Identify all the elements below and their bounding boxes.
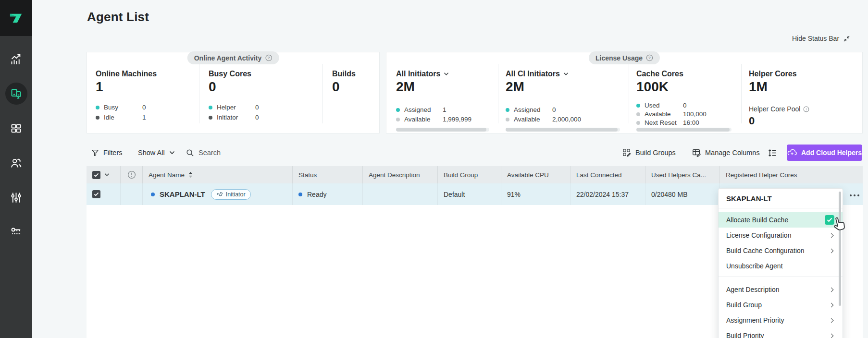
menu-item-agent-description[interactable]: Agent Description (719, 282, 843, 297)
legend-next-reset: Next Reset 16:00 (636, 119, 699, 126)
legend-idle: Idle 1 (96, 114, 146, 121)
row-used-helpers-cell: 0/20480 MB (645, 183, 719, 205)
submenu-chevron-icon (829, 233, 834, 238)
row-alert-cell (120, 183, 142, 205)
header-alert-cell (120, 166, 142, 183)
menu-item-unsubscribe-agent[interactable]: Unsubscribe Agent (719, 258, 843, 274)
add-cloud-helpers-button[interactable]: Add Cloud Helpers (787, 145, 862, 161)
online-agent-activity-panel: Online Agent Activity ? Online Machines … (87, 52, 380, 133)
header-available-cpu: Available CPU (501, 166, 570, 183)
header-used-helpers: Used Helpers Ca... (645, 166, 719, 183)
agent-name: SKAPLAN-LT (160, 190, 205, 198)
manage-columns-button[interactable]: Manage Columns (692, 146, 760, 159)
legend-busy: Busy 0 (96, 104, 146, 111)
collapse-icon (843, 35, 850, 42)
available-dot (506, 118, 509, 121)
available-dot (636, 112, 640, 116)
sidebar-item-agents[interactable] (0, 83, 32, 105)
header-agent-name[interactable]: Agent Name (142, 166, 292, 183)
help-icon[interactable]: ? (646, 54, 653, 61)
all-initiators-usage-bar (396, 128, 489, 132)
more-options-icon[interactable] (848, 192, 861, 199)
agent-context-menu: SKAPLAN-LT Allocate Build Cache License … (718, 188, 843, 338)
sidebar (0, 0, 32, 338)
info-icon[interactable]: i (803, 106, 809, 112)
legend-available: Available 1,999,999 (396, 116, 471, 123)
build-groups-button[interactable]: Build Groups (622, 146, 676, 159)
chevron-down-icon (444, 72, 449, 76)
menu-scrollbar[interactable] (839, 192, 841, 306)
chevron-down-icon (169, 151, 175, 155)
select-all-checkbox[interactable] (92, 171, 100, 179)
divider (498, 64, 498, 123)
build-groups-icon (622, 148, 631, 157)
menu-item-allocate-build-cache[interactable]: Allocate Build Cache (719, 212, 843, 228)
initiator-icon (216, 192, 223, 197)
sidebar-item-license[interactable] (0, 220, 32, 242)
sidebar-item-builds[interactable] (0, 117, 32, 139)
hide-status-bar-label: Hide Status Bar (792, 35, 839, 42)
context-menu-title: SKAPLAN-LT (719, 189, 843, 208)
row-checkbox[interactable] (92, 190, 100, 198)
used-dot (636, 104, 640, 108)
row-height-button[interactable] (768, 146, 777, 159)
sidebar-item-dashboard[interactable] (0, 48, 32, 70)
divider (199, 64, 199, 123)
sidebar-item-settings[interactable] (0, 186, 32, 208)
menu-item-build-group[interactable]: Build Group (719, 297, 843, 313)
all-ci-initiators-usage-bar (506, 128, 620, 132)
row-build-group-cell: Default (437, 183, 501, 205)
filters-button[interactable]: Filters (91, 146, 122, 159)
sidebar-item-users[interactable] (0, 152, 32, 174)
all-initiators-dropdown[interactable]: All Initiators (396, 70, 449, 78)
context-menu-items: Allocate Build Cache License Configurati… (719, 208, 843, 338)
chevron-down-icon[interactable] (104, 173, 110, 177)
row-select-cell (87, 183, 120, 205)
license-usage-panel: License Usage ? All Initiators 2M Assign… (386, 52, 863, 133)
menu-item-license-configuration[interactable]: License Configuration (719, 228, 843, 243)
help-icon[interactable]: ? (265, 54, 272, 61)
submenu-chevron-icon (829, 302, 834, 307)
submenu-chevron-icon (829, 287, 834, 292)
row-agent-name-cell: SKAPLAN-LT Initiator (142, 183, 292, 205)
row-height-icon (768, 148, 777, 157)
submenu-chevron-icon (829, 333, 834, 338)
legend-used: Used 0 (636, 102, 687, 109)
row-status-cell: Ready (292, 183, 362, 205)
hide-status-bar-button[interactable]: Hide Status Bar (792, 35, 850, 42)
menu-item-build-cache-configuration[interactable]: Build Cache Configuration (719, 243, 843, 258)
filter-icon (91, 149, 99, 157)
manage-columns-icon (692, 148, 701, 157)
svg-text:i: i (806, 107, 807, 111)
header-select-cell (87, 166, 120, 183)
table-header: Agent Name Status Agent Description Buil… (87, 166, 863, 183)
idle-dot (96, 116, 99, 120)
header-last-connected: Last Connected (570, 166, 645, 183)
chevron-down-icon (563, 72, 569, 76)
incredibuild-logo-icon (0, 0, 32, 36)
all-ci-initiators-dropdown[interactable]: All CI Initiators (506, 70, 569, 78)
status-dot (298, 193, 302, 196)
divider (322, 64, 323, 123)
legend-assigned: Assigned 1 (396, 106, 446, 113)
online-dot (151, 193, 155, 196)
agent-list-page: Agent List Hide Status Bar Online Agent … (0, 0, 868, 338)
initiator-dot (209, 116, 212, 120)
legend-assigned: Assigned 0 (506, 106, 556, 113)
divider (741, 64, 742, 123)
show-all-dropdown[interactable]: Show All (138, 146, 175, 159)
helper-core-pool-label: Helper Core Pool i (749, 105, 809, 113)
header-agent-description: Agent Description (362, 166, 437, 183)
menu-item-assignment-priority[interactable]: Assignment Priority (719, 313, 843, 328)
available-dot (396, 118, 400, 121)
legend-available: Available 100,000 (636, 110, 707, 118)
legend-initiator: Initiator 0 (209, 114, 259, 121)
assigned-dot (396, 108, 400, 112)
license-usage-pill: License Usage ? (589, 51, 660, 64)
sort-icon[interactable] (188, 171, 193, 178)
checked-checkbox-icon[interactable] (825, 215, 834, 225)
search-input[interactable]: Search (186, 146, 221, 159)
legend-helper: Helper 0 (209, 104, 259, 111)
cloud-add-icon (787, 149, 797, 157)
menu-item-build-priority[interactable]: Build Priority (719, 328, 843, 338)
